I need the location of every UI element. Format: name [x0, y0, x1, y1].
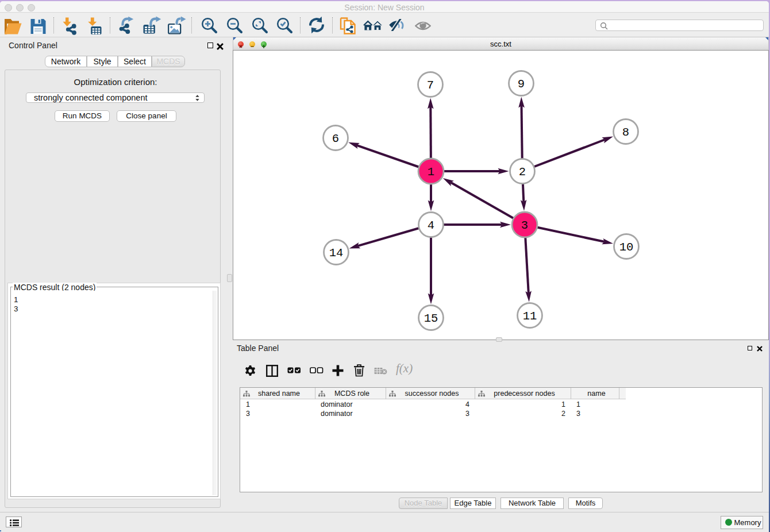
- svg-text:6: 6: [332, 132, 339, 145]
- svg-text:15: 15: [424, 312, 438, 325]
- svg-text:9: 9: [518, 78, 525, 91]
- svg-text:4: 4: [428, 219, 434, 232]
- svg-text:1: 1: [428, 165, 434, 179]
- svg-text:8: 8: [622, 126, 629, 139]
- svg-text:14: 14: [329, 246, 344, 260]
- svg-text:2: 2: [519, 165, 526, 179]
- svg-text:7: 7: [427, 79, 434, 92]
- svg-text:11: 11: [523, 310, 537, 323]
- svg-text:10: 10: [619, 241, 634, 254]
- svg-text:3: 3: [521, 219, 528, 232]
